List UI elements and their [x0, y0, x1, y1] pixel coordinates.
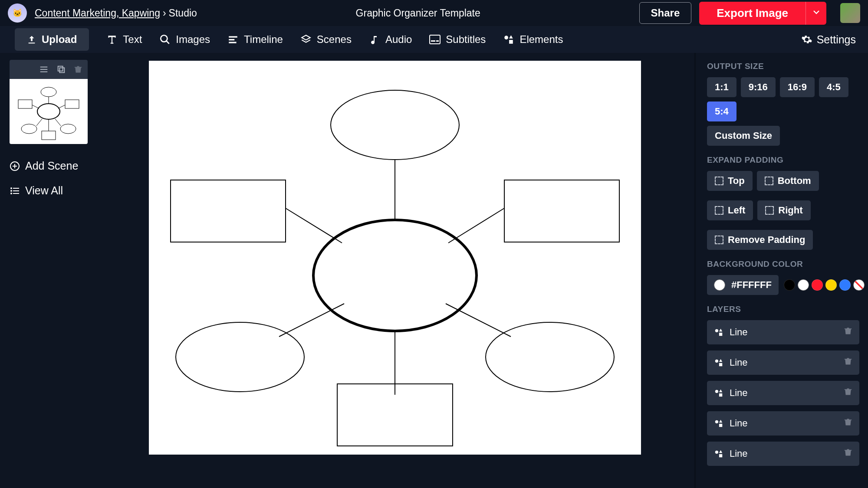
- shapes-icon: [714, 328, 723, 337]
- shapes-icon: [714, 388, 723, 398]
- pad-bottom-button[interactable]: Bottom: [757, 171, 819, 191]
- svg-rect-4: [430, 35, 440, 44]
- svg-line-25: [55, 119, 61, 126]
- svg-point-17: [60, 124, 76, 134]
- svg-rect-11: [40, 72, 48, 72]
- layer-name: Line: [730, 327, 748, 338]
- scene-thumbnail-preview: [10, 79, 88, 144]
- tool-timeline-label: Timeline: [244, 33, 283, 46]
- svg-point-43: [486, 322, 614, 392]
- svg-line-39: [446, 304, 511, 337]
- layer-row[interactable]: Line: [707, 442, 859, 466]
- svg-point-16: [21, 124, 37, 134]
- svg-rect-19: [65, 100, 79, 108]
- tool-images-label: Images: [176, 33, 210, 46]
- svg-rect-50: [719, 363, 722, 366]
- delete-layer-button[interactable]: [844, 326, 852, 338]
- svg-point-49: [715, 360, 718, 363]
- swatch-ffffff[interactable]: [798, 279, 809, 291]
- delete-layer-button[interactable]: [844, 417, 852, 429]
- scene-thumb-toolbar: [10, 60, 88, 79]
- workspace-link[interactable]: Content Marketing, Kapwing: [35, 7, 160, 19]
- delete-layer-button[interactable]: [844, 448, 852, 460]
- upload-icon: [27, 35, 36, 44]
- share-button[interactable]: Share: [639, 2, 692, 24]
- breadcrumb: Content Marketing, Kapwing › Studio: [35, 7, 197, 19]
- svg-rect-18: [18, 100, 32, 108]
- plus-circle-icon: [10, 161, 20, 171]
- layer-row[interactable]: Line: [707, 411, 859, 436]
- swatch-none[interactable]: [853, 279, 865, 291]
- upload-button[interactable]: Upload: [15, 28, 89, 51]
- expand-padding-label: EXPAND PADDING: [707, 155, 859, 165]
- ratio-9-16[interactable]: 9:16: [741, 77, 776, 97]
- svg-point-53: [715, 420, 718, 423]
- shapes-icon: [714, 358, 723, 367]
- ratio-4-5[interactable]: 4:5: [819, 77, 848, 97]
- shapes-icon: [714, 419, 723, 428]
- layer-row[interactable]: Line: [707, 320, 859, 344]
- view-all-button[interactable]: View All: [10, 184, 88, 197]
- pad-top-button[interactable]: Top: [707, 171, 753, 191]
- swatch-2f7bff[interactable]: [839, 279, 851, 291]
- tool-scenes[interactable]: Scenes: [300, 33, 352, 46]
- svg-point-42: [176, 322, 304, 392]
- tool-elements[interactable]: Elements: [503, 33, 563, 46]
- text-icon: [106, 34, 118, 45]
- custom-size-button[interactable]: Custom Size: [707, 126, 780, 146]
- tool-subtitles[interactable]: Subtitles: [429, 33, 486, 46]
- pad-left-button[interactable]: Left: [707, 200, 753, 220]
- ratio-16-9[interactable]: 16:9: [780, 77, 815, 97]
- tool-images[interactable]: Images: [159, 33, 210, 46]
- svg-point-47: [715, 329, 718, 332]
- swatch-000000[interactable]: [784, 279, 795, 291]
- svg-rect-32: [13, 190, 19, 191]
- trash-icon[interactable]: [74, 65, 82, 74]
- layers-label: LAYERS: [707, 305, 859, 314]
- search-icon: [159, 34, 171, 45]
- music-note-icon: [369, 34, 380, 45]
- document-title[interactable]: Graphic Organizer Template: [205, 7, 631, 19]
- chevron-down-icon: [813, 9, 820, 16]
- export-caret-button[interactable]: [806, 2, 826, 25]
- output-size-label: OUTPUT SIZE: [707, 62, 859, 71]
- svg-point-30: [10, 193, 12, 194]
- svg-point-40: [313, 220, 477, 331]
- layer-row[interactable]: Line: [707, 381, 859, 405]
- swatch-ffd400[interactable]: [825, 279, 837, 291]
- delete-layer-button[interactable]: [844, 357, 852, 369]
- svg-rect-31: [13, 188, 19, 189]
- svg-point-29: [10, 190, 12, 192]
- tool-audio-label: Audio: [385, 33, 412, 46]
- swatch-ff1a2e[interactable]: [812, 279, 823, 291]
- tool-timeline[interactable]: Timeline: [227, 33, 283, 46]
- reorder-icon[interactable]: [39, 65, 49, 74]
- pad-right-button[interactable]: Right: [757, 200, 810, 220]
- svg-point-0: [161, 35, 168, 42]
- delete-layer-button[interactable]: [844, 387, 852, 399]
- ratio-1-1[interactable]: 1:1: [707, 77, 736, 97]
- remove-padding-button[interactable]: Remove Padding: [707, 230, 813, 250]
- tool-text[interactable]: Text: [106, 33, 142, 46]
- layer-row[interactable]: Line: [707, 350, 859, 375]
- svg-rect-54: [719, 424, 722, 427]
- background-color-value[interactable]: #FFFFFF: [707, 275, 779, 295]
- ratio-5-4[interactable]: 5:4: [707, 102, 736, 121]
- upload-label: Upload: [42, 33, 77, 46]
- editor-canvas[interactable]: [149, 61, 641, 455]
- export-button[interactable]: Export Image: [699, 2, 806, 25]
- user-avatar[interactable]: [840, 3, 860, 23]
- svg-point-7: [505, 36, 509, 39]
- svg-rect-12: [59, 68, 64, 72]
- svg-rect-20: [42, 131, 56, 140]
- add-scene-button[interactable]: Add Scene: [10, 160, 88, 172]
- properties-panel: OUTPUT SIZE 1:19:1616:94:55:4Custom Size…: [694, 53, 868, 488]
- scene-thumbnail[interactable]: [10, 79, 88, 144]
- settings-button[interactable]: Settings: [801, 33, 856, 46]
- svg-point-28: [10, 187, 12, 189]
- svg-rect-45: [504, 180, 619, 242]
- workspace-avatar[interactable]: 🐱: [8, 3, 27, 23]
- duplicate-icon[interactable]: [56, 65, 66, 74]
- tool-audio[interactable]: Audio: [369, 33, 412, 46]
- settings-label: Settings: [817, 33, 856, 46]
